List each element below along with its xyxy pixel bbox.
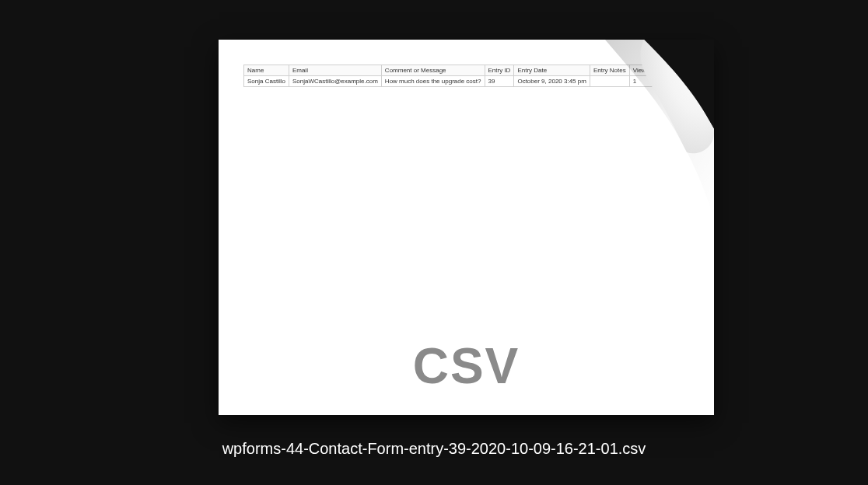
cell-viewed: 1 [629, 76, 656, 87]
cell-name: Sonja Castillo [244, 76, 289, 87]
cell-entry-id: 39 [485, 76, 514, 87]
table-row: Sonja Castillo SonjaWCastillo@example.co… [244, 76, 657, 87]
col-entry-date: Entry Date [514, 65, 590, 76]
table-header-row: Name Email Comment or Message Entry ID E… [244, 65, 657, 76]
file-type-label: CSV [219, 337, 714, 395]
cell-email: SonjaWCastillo@example.com [289, 76, 381, 87]
col-email: Email [289, 65, 381, 76]
col-entry-id: Entry ID [485, 65, 514, 76]
preview-stage: Name Email Comment or Message Entry ID E… [0, 0, 868, 485]
cell-comment: How much does the upgrade cost? [381, 76, 485, 87]
csv-page-preview: Name Email Comment or Message Entry ID E… [219, 40, 714, 415]
col-viewed: Viewed [629, 65, 656, 76]
csv-table: Name Email Comment or Message Entry ID E… [243, 65, 657, 87]
cell-entry-notes [590, 76, 629, 87]
cell-entry-date: October 9, 2020 3:45 pm [514, 76, 590, 87]
file-name: wpforms-44-Contact-Form-entry-39-2020-10… [0, 440, 868, 458]
col-entry-notes: Entry Notes [590, 65, 629, 76]
csv-table-wrap: Name Email Comment or Message Entry ID E… [243, 65, 714, 87]
col-name: Name [244, 65, 289, 76]
col-comment: Comment or Message [381, 65, 485, 76]
